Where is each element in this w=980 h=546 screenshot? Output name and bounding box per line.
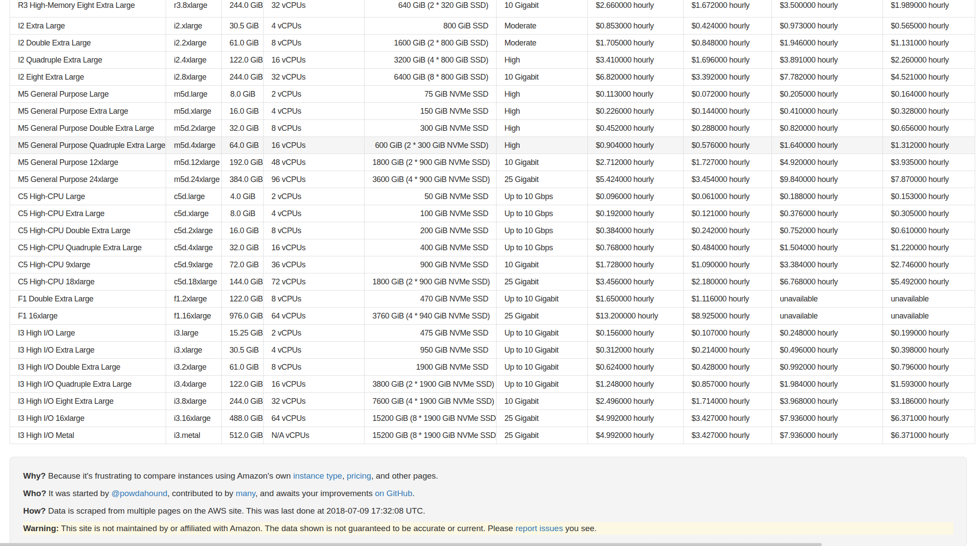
table-row[interactable]: I2 Quadruple Extra Largei2.4xlarge122.0 … [10,51,975,68]
cell-windows-reserved-cost: $1.593000 hourly [883,375,975,392]
cell-api-name: c5d.4xlarge [166,239,222,256]
table-row[interactable]: M5 General Purpose Double Extra Largem5d… [10,119,975,136]
warning-line: Warning: This site is not maintained by … [23,522,953,535]
cell-vcpus: 2 vCPUs [264,188,365,205]
cell-api-name: c5d.9xlarge [166,256,222,273]
cell-name: I3 High I/O 16xlarge [10,410,166,427]
horizontal-scrollbar-thumb[interactable] [0,543,822,546]
cell-memory: 61.0 GiB [222,358,264,375]
cell-windows-reserved-cost: $2.260000 hourly [883,51,975,68]
pricing-link[interactable]: pricing [347,471,371,480]
table-row[interactable]: I3 High I/O Largei3.large15.25 GiB2 vCPU… [10,324,975,341]
cell-name: I3 High I/O Double Extra Large [10,358,166,375]
report-issues-link[interactable]: report issues [515,524,563,533]
github-link[interactable]: on GitHub [375,489,413,498]
table-row[interactable]: I3 High I/O Metali3.metal512.0 GiBN/A vC… [10,427,975,444]
cell-linux-reserved-cost: $0.242000 hourly [684,222,772,239]
table-row[interactable]: C5 High-CPU Double Extra Largec5d.2xlarg… [10,222,975,239]
cell-api-name: c5d.18xlarge [166,273,222,290]
instance-type-link[interactable]: instance type [293,471,342,480]
cell-linux-reserved-cost: $0.107000 hourly [684,324,772,341]
cell-network-performance: 25 Gigabit [497,307,588,324]
cell-vcpus: 2 vCPUs [264,324,365,341]
instance-table: R3 High-Memory Eight Extra Larger3.8xlar… [10,0,975,444]
cell-windows-on-demand-cost: $3.500000 hourly [772,0,883,18]
line-lead-in: Warning: [23,524,59,533]
line-text: you see. [563,524,597,533]
table-row[interactable]: I2 Extra Largei2.xlarge30.5 GiB4 vCPUs80… [10,17,975,34]
cell-api-name: m5d.4xlarge [166,136,222,154]
table-row[interactable]: I3 High I/O Quadruple Extra Largei3.4xla… [10,375,975,392]
cell-storage: 475 GiB NVMe SSD [365,324,497,341]
many-link[interactable]: many [236,489,255,498]
cell-memory: 244.0 GiB [222,68,264,85]
cell-windows-on-demand-cost: $1.946000 hourly [772,34,883,51]
cell-linux-reserved-cost: $0.072000 hourly [684,85,772,102]
table-row[interactable]: I3 High I/O 16xlargei3.16xlarge488.0 GiB… [10,410,975,427]
cell-windows-reserved-cost: $0.305000 hourly [883,205,975,222]
table-row[interactable]: M5 General Purpose 12xlargem5d.12xlarge1… [10,154,975,171]
table-row[interactable]: M5 General Purpose Quadruple Extra Large… [10,136,975,154]
cell-storage: 1800 GiB (2 * 900 GiB NVMe SSD) [365,154,497,171]
line-text: , and other pages. [371,471,438,480]
cell-network-performance: Moderate [497,17,588,34]
table-row[interactable]: C5 High-CPU 18xlargec5d.18xlarge144.0 Gi… [10,273,975,290]
cell-windows-reserved-cost: $3.186000 hourly [883,392,975,410]
cell-vcpus: 32 vCPUs [264,68,365,85]
cell-api-name: i3.16xlarge [166,410,222,427]
cell-linux-reserved-cost: $3.392000 hourly [684,68,772,85]
cell-network-performance: Up to 10 Gigabit [497,324,588,341]
table-row[interactable]: C5 High-CPU Quadruple Extra Largec5d.4xl… [10,239,975,256]
line-text: , contributed to by [167,489,236,498]
cell-memory: 512.0 GiB [222,427,264,444]
cell-linux-reserved-cost: $1.696000 hourly [684,51,772,68]
cell-linux-on-demand-cost: $0.624000 hourly [588,358,684,375]
table-row[interactable]: C5 High-CPU Extra Largec5d.xlarge8.0 GiB… [10,205,975,222]
cell-linux-on-demand-cost: $0.156000 hourly [588,324,684,341]
table-row[interactable]: M5 General Purpose 24xlargem5d.24xlarge3… [10,171,975,188]
table-row[interactable]: I2 Double Extra Largei2.2xlarge61.0 GiB8… [10,34,975,51]
table-row[interactable]: C5 High-CPU Largec5d.large4.0 GiB2 vCPUs… [10,188,975,205]
cell-network-performance: Up to 10 Gigabit [497,375,588,392]
table-row[interactable]: M5 General Purpose Largem5d.large8.0 GiB… [10,85,975,102]
cell-storage: 50 GiB NVMe SSD [365,188,497,205]
cell-windows-on-demand-cost: $3.384000 hourly [772,256,883,273]
table-row[interactable]: R3 High-Memory Eight Extra Larger3.8xlar… [10,0,975,18]
cell-linux-on-demand-cost: $1.705000 hourly [588,34,684,51]
cell-vcpus: 4 vCPUs [264,17,365,34]
table-row[interactable]: I2 Eight Extra Largei2.8xlarge244.0 GiB3… [10,68,975,85]
cell-network-performance: Up to 10 Gbps [497,239,588,256]
cell-name: F1 16xlarge [10,307,166,324]
cell-linux-reserved-cost: $1.727000 hourly [684,154,772,171]
cell-linux-on-demand-cost: $0.192000 hourly [588,205,684,222]
cell-network-performance: 10 Gigabit [497,68,588,85]
cell-windows-reserved-cost: $0.153000 hourly [883,188,975,205]
cell-api-name: i3.4xlarge [166,375,222,392]
table-row[interactable]: I3 High I/O Extra Largei3.xlarge30.5 GiB… [10,341,975,358]
how-line: How? Data is scraped from multiple pages… [23,504,953,517]
line-text: Because it's frustrating to compare inst… [46,471,293,480]
cell-storage: 470 GiB NVMe SSD [365,290,497,307]
cell-storage: 1900 GiB NVMe SSD [365,358,497,375]
cell-vcpus: 4 vCPUs [264,341,365,358]
table-row[interactable]: I3 High I/O Eight Extra Largei3.8xlarge2… [10,392,975,410]
cell-network-performance: 25 Gigabit [497,427,588,444]
cell-vcpus: 4 vCPUs [264,205,365,222]
cell-vcpus: 16 vCPUs [264,51,365,68]
cell-memory: 30.5 GiB [222,341,264,358]
cell-memory: 30.5 GiB [222,17,264,34]
cell-network-performance: High [497,119,588,136]
powdahound-link[interactable]: @powdahound [111,489,167,498]
cell-name: C5 High-CPU 9xlarge [10,256,166,273]
cell-windows-reserved-cost: $2.746000 hourly [883,256,975,273]
cell-memory: 244.0 GiB [222,0,264,18]
cell-linux-on-demand-cost: $2.712000 hourly [588,154,684,171]
cell-name: I2 Eight Extra Large [10,68,166,85]
cell-windows-on-demand-cost: unavailable [772,307,883,324]
table-row[interactable]: C5 High-CPU 9xlargec5d.9xlarge72.0 GiB36… [10,256,975,273]
table-row[interactable]: F1 16xlargef1.16xlarge976.0 GiB64 vCPUs3… [10,307,975,324]
instance-table-container: R3 High-Memory Eight Extra Larger3.8xlar… [10,0,975,444]
table-row[interactable]: M5 General Purpose Extra Largem5d.xlarge… [10,102,975,119]
table-row[interactable]: I3 High I/O Double Extra Largei3.2xlarge… [10,358,975,375]
table-row[interactable]: F1 Double Extra Largef1.2xlarge122.0 GiB… [10,290,975,307]
